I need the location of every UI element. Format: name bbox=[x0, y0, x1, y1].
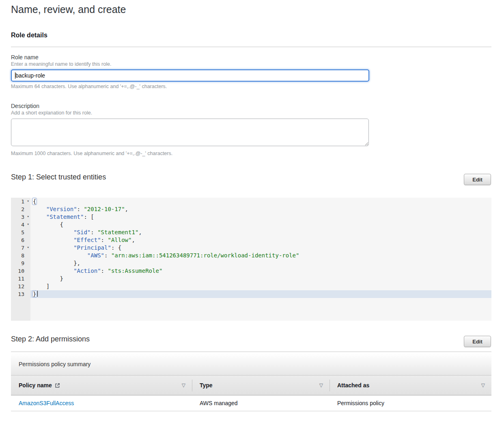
editor-line[interactable]: 7▾ "Principal": { bbox=[11, 244, 491, 252]
editor-code-line: } bbox=[30, 275, 491, 283]
step2-divider bbox=[11, 352, 491, 352]
step1-heading: Step 1: Select trusted entities bbox=[11, 173, 106, 181]
editor-code-line: "Principal": { bbox=[30, 244, 491, 252]
editor-code-line: { bbox=[30, 221, 491, 229]
editor-line[interactable]: 6 "Effect": "Allow", bbox=[11, 236, 491, 244]
policy-name-cell: AmazonS3FullAccess bbox=[11, 400, 192, 406]
description-hint: Maximum 1000 characters. Use alphanumeri… bbox=[11, 151, 172, 156]
step2-heading: Step 2: Add permissions bbox=[11, 335, 90, 343]
editor-line[interactable]: 5 "Sid": "Statement1", bbox=[11, 229, 491, 236]
permissions-summary-title: Permissions policy summary bbox=[19, 361, 90, 367]
fold-arrow-icon[interactable]: ▾ bbox=[27, 220, 29, 228]
editor-line[interactable]: 3▾ "Statement": [ bbox=[11, 213, 491, 221]
trust-policy-editor[interactable]: 1▾{2 "Version": "2012-10-17",3▾ "Stateme… bbox=[11, 198, 491, 321]
permissions-table-header: Policy name▽Type▽Attached as▽ bbox=[11, 376, 491, 395]
description-label: Description bbox=[11, 103, 39, 109]
line-number: 6 bbox=[11, 236, 30, 244]
attached-as-cell: Permissions policy bbox=[330, 400, 491, 406]
editor-line[interactable]: 4▾ { bbox=[11, 221, 491, 229]
line-number: 13 bbox=[11, 290, 30, 298]
editor-code-line: "Statement": [ bbox=[30, 213, 491, 221]
column-header-attached-as[interactable]: Attached as▽ bbox=[330, 376, 491, 395]
editor-code-line: "Effect": "Allow", bbox=[30, 236, 491, 244]
role-details-divider bbox=[11, 47, 491, 47]
column-header-type[interactable]: Type▽ bbox=[192, 376, 330, 395]
permissions-table-row: AmazonS3FullAccessAWS managedPermissions… bbox=[11, 395, 491, 411]
editor-code-line: { bbox=[30, 198, 491, 205]
policy-type-cell: AWS managed bbox=[192, 400, 330, 406]
editor-line[interactable]: 12 ] bbox=[11, 283, 491, 290]
editor-code-line: "Sid": "Statement1", bbox=[30, 229, 491, 236]
filter-dropdown-icon[interactable]: ▽ bbox=[319, 382, 323, 388]
column-divider bbox=[192, 380, 192, 391]
description-textarea[interactable] bbox=[11, 119, 369, 146]
editor-line[interactable]: 9 }, bbox=[11, 259, 491, 267]
editor-code-line: "Action": "sts:AssumeRole" bbox=[30, 267, 491, 275]
line-number: 1▾ bbox=[11, 198, 30, 205]
iam-create-role-review-page: Name, review, and create Role details Ro… bbox=[0, 0, 504, 421]
external-link-icon bbox=[55, 383, 60, 388]
permissions-summary-header: Permissions policy summary bbox=[11, 353, 491, 376]
role-name-hint: Maximum 64 characters. Use alphanumeric … bbox=[11, 84, 167, 89]
fold-arrow-icon[interactable]: ▾ bbox=[27, 244, 29, 251]
policy-editor-lines: 1▾{2 "Version": "2012-10-17",3▾ "Stateme… bbox=[11, 198, 491, 298]
role-details-heading: Role details bbox=[11, 32, 47, 39]
line-number: 10 bbox=[11, 267, 30, 275]
editor-line[interactable]: 11 } bbox=[11, 275, 491, 283]
role-name-help: Enter a meaningful name to identify this… bbox=[11, 61, 111, 67]
editor-code-line: "AWS": "arn:aws:iam::541263489771:role/w… bbox=[30, 252, 491, 259]
fold-arrow-icon[interactable]: ▾ bbox=[27, 213, 29, 220]
step2-edit-button[interactable]: Edit bbox=[464, 336, 491, 347]
line-number: 11 bbox=[11, 275, 30, 283]
line-number: 12 bbox=[11, 283, 30, 290]
editor-line[interactable]: 13} bbox=[11, 290, 491, 298]
line-number: 2 bbox=[11, 205, 30, 213]
column-label: Type bbox=[200, 382, 213, 389]
editor-code-line: } bbox=[30, 290, 491, 298]
description-help: Add a short explanation for this role. bbox=[11, 110, 92, 116]
step1-edit-button[interactable]: Edit bbox=[464, 174, 491, 185]
editor-caret bbox=[37, 291, 38, 297]
line-number: 4▾ bbox=[11, 221, 30, 229]
editor-code-line: ] bbox=[30, 283, 491, 290]
filter-dropdown-icon[interactable]: ▽ bbox=[481, 382, 485, 388]
line-number: 9 bbox=[11, 259, 30, 267]
fold-arrow-icon[interactable]: ▾ bbox=[27, 197, 29, 205]
line-number: 5 bbox=[11, 229, 30, 236]
role-name-input[interactable]: backup-role bbox=[11, 69, 369, 82]
line-number: 8 bbox=[11, 252, 30, 259]
filter-dropdown-icon[interactable]: ▽ bbox=[182, 382, 185, 388]
editor-line[interactable]: 8 "AWS": "arn:aws:iam::541263489771:role… bbox=[11, 252, 491, 259]
column-divider bbox=[330, 380, 330, 391]
column-label: Attached as bbox=[337, 382, 369, 389]
policy-name-link[interactable]: AmazonS3FullAccess bbox=[19, 400, 74, 406]
column-label: Policy name bbox=[19, 382, 52, 389]
editor-code-line: "Version": "2012-10-17", bbox=[30, 205, 491, 213]
column-header-policy-name[interactable]: Policy name▽ bbox=[11, 376, 192, 395]
line-number: 3▾ bbox=[11, 213, 30, 221]
editor-line[interactable]: 1▾{ bbox=[11, 198, 491, 205]
editor-code-line: }, bbox=[30, 259, 491, 267]
editor-line[interactable]: 2 "Version": "2012-10-17", bbox=[11, 205, 491, 213]
role-name-label: Role name bbox=[11, 54, 39, 60]
role-name-value: backup-role bbox=[15, 72, 45, 79]
line-number: 7▾ bbox=[11, 244, 30, 252]
editor-line[interactable]: 10 "Action": "sts:AssumeRole" bbox=[11, 267, 491, 275]
page-title: Name, review, and create bbox=[11, 4, 126, 15]
